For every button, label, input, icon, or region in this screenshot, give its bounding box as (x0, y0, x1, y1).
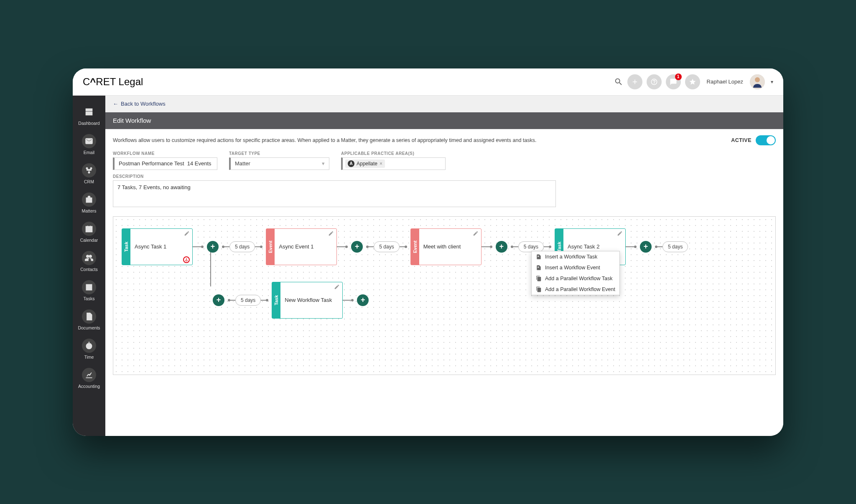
delay-pill-2[interactable]: 5 days (374, 241, 399, 252)
workflow-node-event-1[interactable]: Event Async Event 1 (266, 228, 337, 265)
anchor-icon (183, 256, 190, 263)
chevron-down-icon: ▾ (322, 160, 325, 167)
chat-button[interactable]: 1 (666, 74, 681, 89)
sidebar-label: Dashboard (78, 121, 99, 126)
sidebar-item-time[interactable]: Time (73, 334, 105, 364)
node-title: Async Task 1 (135, 243, 166, 250)
sidebar-label: Time (84, 355, 94, 360)
contacts-icon (82, 251, 96, 265)
top-bar: C^RET Legal 1 Raphael Lopez (73, 68, 783, 96)
menu-parallel-task[interactable]: Add a Parallel Workflow Task (532, 273, 619, 284)
edit-node-icon[interactable] (184, 230, 190, 238)
user-avatar[interactable] (750, 74, 765, 89)
add-node-button-3[interactable]: + (496, 241, 507, 253)
svg-point-5 (86, 167, 87, 169)
workflow-node-event-2[interactable]: Event Meet with client (410, 228, 482, 265)
svg-rect-4 (86, 112, 92, 115)
user-menu-chevron-icon[interactable]: ▾ (771, 79, 773, 85)
topbar-actions: 1 Raphael Lopez ▾ (614, 74, 773, 89)
node-title: Async Event 1 (279, 243, 313, 250)
node-type-stripe: Task (272, 282, 280, 318)
sidebar-item-dashboard[interactable]: Dashboard (73, 101, 105, 130)
crm-icon (82, 163, 96, 177)
main-content: ← Back to Workflows Edit Workflow Workfl… (105, 96, 783, 436)
tag-initial: A (348, 160, 354, 167)
breadcrumb-row: ← Back to Workflows (105, 96, 783, 112)
add-node-button-4[interactable]: + (640, 241, 652, 253)
brand-text-prefix: C (83, 76, 90, 87)
workflow-node-task-new[interactable]: Task New Workflow Task (272, 282, 343, 319)
sidebar-item-contacts[interactable]: Contacts (73, 247, 105, 276)
sidebar-item-calendar[interactable]: Calendar (73, 218, 105, 247)
workflow-canvas[interactable]: Task Async Task 1 + 5 days (113, 216, 776, 375)
workflow-node-task-1[interactable]: Task Async Task 1 (122, 228, 193, 265)
target-type-label: TARGET TYPE (229, 151, 329, 156)
favorites-button[interactable] (685, 74, 700, 89)
practice-area-label: APPLICABLE PRACTICE AREA(S) (341, 151, 446, 156)
edit-node-icon[interactable] (473, 230, 479, 238)
svg-point-7 (88, 172, 89, 173)
app-window: C^RET Legal 1 Raphael Lopez (73, 68, 783, 436)
sidebar-item-email[interactable]: Email (73, 130, 105, 159)
delay-pill-1[interactable]: 5 days (229, 241, 255, 252)
flow-row-parallel: + 5 days Task New Workflow Task (213, 282, 767, 319)
help-button[interactable] (647, 74, 662, 89)
sidebar-label: Contacts (80, 267, 97, 272)
accounting-icon (82, 368, 96, 382)
sidebar-item-tasks[interactable]: Tasks (73, 276, 105, 305)
edit-node-icon[interactable] (328, 230, 334, 238)
add-node-button-6[interactable]: + (357, 294, 369, 306)
email-icon (82, 134, 96, 148)
brand-text-rest: RET Legal (96, 76, 143, 87)
sidebar-item-crm[interactable]: CRM (73, 159, 105, 188)
practice-area-input[interactable]: A Appellate × (341, 157, 446, 170)
add-node-button-5[interactable]: + (213, 294, 224, 306)
tag-remove-icon[interactable]: × (380, 161, 382, 167)
node-title: Async Task 2 (568, 243, 599, 250)
menu-insert-event[interactable]: Insert a Workflow Event (532, 262, 619, 273)
dashboard-icon (82, 105, 96, 119)
search-icon[interactable] (614, 77, 623, 86)
back-link[interactable]: ← Back to Workflows (113, 101, 166, 107)
practice-area-tag: A Appellate × (345, 160, 385, 168)
menu-insert-task[interactable]: Insert a Workflow Task (532, 251, 619, 262)
workflow-name-input[interactable] (113, 157, 217, 170)
brand-logo: C^RET Legal (83, 76, 143, 88)
page-title: Edit Workflow (113, 117, 151, 124)
sidebar-item-accounting[interactable]: Accounting (73, 364, 105, 393)
add-node-button-1[interactable]: + (207, 241, 219, 253)
add-button[interactable] (627, 74, 642, 89)
sidebar-label: Email (84, 150, 94, 155)
menu-parallel-event[interactable]: Add a Parallel Workflow Event (532, 284, 619, 295)
node-type-stripe: Task (122, 229, 130, 265)
delay-pill-4[interactable]: 5 days (662, 241, 688, 252)
tasks-icon (82, 280, 96, 294)
sidebar-item-matters[interactable]: Matters (73, 188, 105, 218)
tag-text: Appellate (357, 161, 377, 167)
active-toggle[interactable] (756, 135, 776, 145)
sidebar-label: Calendar (80, 238, 98, 243)
matters-icon (82, 192, 96, 207)
active-toggle-group: ACTIVE (731, 135, 776, 145)
add-node-button-2[interactable]: + (351, 241, 363, 253)
workflow-description-help: Workflows allow users to customize requi… (113, 137, 731, 143)
svg-rect-2 (86, 109, 89, 111)
target-type-value: Matter (235, 160, 250, 167)
sidebar-label: CRM (84, 179, 94, 184)
node-type-stripe: Event (411, 229, 419, 265)
svg-rect-3 (89, 109, 92, 111)
target-type-select[interactable]: Matter ▾ (229, 157, 329, 170)
sidebar-label: Matters (82, 208, 96, 213)
edit-node-icon[interactable] (617, 230, 623, 238)
flow-row-main: Task Async Task 1 + 5 days (122, 228, 767, 265)
sidebar-label: Accounting (78, 384, 100, 389)
chat-badge: 1 (675, 73, 682, 80)
edit-node-icon[interactable] (334, 284, 340, 291)
description-input[interactable] (113, 180, 556, 207)
delay-pill-5[interactable]: 5 days (235, 295, 261, 306)
svg-rect-8 (86, 198, 92, 202)
back-link-label: Back to Workflows (121, 101, 166, 107)
sidebar-label: Tasks (84, 296, 95, 301)
time-icon (82, 339, 96, 353)
sidebar-item-documents[interactable]: Documents (73, 305, 105, 334)
